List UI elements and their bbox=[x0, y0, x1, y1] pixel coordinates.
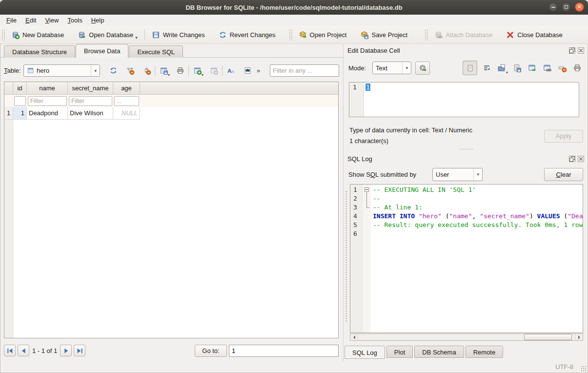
last-record-button[interactable] bbox=[74, 345, 85, 356]
close-database-button[interactable]: Close Database bbox=[501, 27, 568, 42]
right-pane: Edit Database Cell Mode: Text ▾ bbox=[343, 44, 588, 361]
word-wrap-button[interactable] bbox=[481, 62, 492, 74]
sql-log-view[interactable]: 1-- EXECUTING ALL IN 'SQL 1'2--3-- At li… bbox=[350, 184, 583, 333]
close-button[interactable]: × bbox=[575, 2, 584, 12]
next-record-button[interactable] bbox=[60, 345, 72, 356]
menu-file[interactable]: File bbox=[2, 16, 21, 25]
panel-splitter-handle[interactable] bbox=[344, 147, 588, 151]
toolbar-overflow-indicator[interactable]: » bbox=[257, 67, 260, 74]
tab-browse-data[interactable]: Browse Data bbox=[76, 44, 128, 58]
insert-record-button[interactable]: ▾ bbox=[191, 64, 203, 77]
column-header-age[interactable]: age bbox=[113, 82, 140, 94]
tab-execute-sql[interactable]: Execute SQL bbox=[129, 45, 183, 58]
previous-record-button[interactable] bbox=[18, 345, 29, 356]
goto-record-input[interactable] bbox=[229, 345, 339, 357]
new-database-label: New Database bbox=[22, 31, 64, 39]
scrollbar-track[interactable] bbox=[358, 334, 575, 340]
text-document-toggle-button[interactable] bbox=[463, 61, 477, 75]
find-in-table-button[interactable] bbox=[241, 64, 254, 77]
menu-tools[interactable]: Tools bbox=[63, 16, 86, 25]
scrollbar-thumb[interactable] bbox=[524, 334, 572, 340]
sql-log-line: 3-- At line 1: bbox=[350, 203, 583, 212]
column-header-id[interactable]: id bbox=[13, 82, 27, 94]
dock-float-button[interactable] bbox=[569, 47, 575, 54]
dock-close-button[interactable] bbox=[578, 156, 584, 162]
cell-name[interactable]: Deadpond bbox=[27, 107, 68, 120]
sql-submitter-select[interactable]: User ▾ bbox=[432, 168, 483, 181]
clear-log-button[interactable]: Clear bbox=[544, 168, 583, 181]
print-table-button[interactable] bbox=[174, 64, 186, 77]
filter-input-name[interactable] bbox=[28, 96, 67, 106]
menu-help[interactable]: Help bbox=[87, 16, 109, 25]
open-project-button[interactable]: Open Project bbox=[294, 27, 352, 42]
cell-age[interactable]: NULL bbox=[113, 107, 140, 120]
column-header-name[interactable]: name bbox=[27, 82, 68, 94]
filter-input-age[interactable] bbox=[114, 96, 139, 106]
first-record-icon bbox=[7, 348, 13, 354]
export-to-file-button[interactable] bbox=[511, 62, 523, 74]
sql-log-line: 1-- EXECUTING ALL IN 'SQL 1' bbox=[350, 186, 583, 194]
toolbar-drag-handle[interactable] bbox=[289, 29, 292, 40]
first-record-button[interactable] bbox=[4, 345, 16, 356]
tab-database-structure[interactable]: Database Structure bbox=[4, 45, 75, 58]
revert-changes-button[interactable]: Revert Changes bbox=[214, 27, 281, 42]
clear-filter-icon bbox=[126, 66, 134, 75]
toolbar-drag-handle[interactable] bbox=[425, 29, 428, 40]
sql-log-horizontal-scrollbar[interactable] bbox=[350, 333, 583, 341]
encoding-indicator[interactable]: UTF-8 bbox=[555, 363, 573, 371]
table-select[interactable]: hero ▾ bbox=[23, 64, 100, 77]
dock-float-button[interactable] bbox=[569, 156, 575, 162]
last-record-icon bbox=[77, 348, 83, 354]
bottom-tab-bar: SQL Log Plot DB Schema Remote bbox=[345, 346, 505, 359]
filter-any-column-input[interactable] bbox=[270, 64, 339, 77]
main-toolbar: New Database Open Database ▾ Write Chang… bbox=[0, 26, 588, 44]
open-database-dropdown-icon[interactable]: ▾ bbox=[135, 35, 138, 42]
refresh-button[interactable] bbox=[107, 64, 120, 77]
row-number-cell[interactable]: 1 bbox=[4, 107, 13, 120]
column-header-secret-name[interactable]: secret_name bbox=[68, 82, 113, 94]
copy-link-button[interactable] bbox=[541, 62, 553, 74]
grid-header-row: id name secret_name age bbox=[4, 82, 338, 95]
write-changes-button[interactable]: Write Changes bbox=[147, 27, 210, 42]
set-null-button[interactable] bbox=[556, 62, 568, 74]
open-database-button[interactable]: Open Database ▾ bbox=[73, 27, 142, 42]
clear-filters-button[interactable] bbox=[123, 64, 136, 77]
minimize-button[interactable] bbox=[548, 2, 558, 12]
grid-corner-cell[interactable] bbox=[4, 82, 13, 94]
goto-button[interactable]: Go to: bbox=[195, 345, 227, 357]
fold-collapse-icon[interactable] bbox=[365, 187, 369, 192]
cell-value-editor[interactable]: 1 1 bbox=[349, 82, 579, 117]
save-project-button[interactable]: Save Project bbox=[355, 27, 412, 42]
tab-db-schema[interactable]: DB Schema bbox=[414, 346, 464, 358]
menu-view[interactable]: View bbox=[41, 16, 63, 25]
menu-edit[interactable]: Edit bbox=[21, 16, 41, 25]
attach-database-button: Attach Database bbox=[429, 27, 497, 42]
mode-select[interactable]: Text ▾ bbox=[372, 62, 411, 74]
clear-sorting-button[interactable] bbox=[140, 64, 153, 77]
filter-input-id[interactable] bbox=[14, 96, 26, 106]
new-database-button[interactable]: New Database bbox=[6, 27, 69, 42]
tab-remote[interactable]: Remote bbox=[466, 346, 504, 358]
open-project-label: Open Project bbox=[310, 31, 347, 39]
toolbar-drag-handle[interactable] bbox=[1, 29, 5, 40]
cell-id[interactable]: 1 bbox=[13, 107, 27, 120]
dock-drag-handle[interactable] bbox=[345, 190, 347, 322]
tab-plot[interactable]: Plot bbox=[386, 346, 413, 358]
print-cell-button[interactable] bbox=[571, 62, 583, 74]
export-table-button[interactable]: ▾ bbox=[157, 64, 170, 77]
editor-content[interactable]: 1 bbox=[364, 83, 579, 117]
cell-secret-name[interactable]: Dive Wilson bbox=[68, 107, 113, 120]
open-in-external-button[interactable] bbox=[526, 62, 538, 74]
resize-grip[interactable] bbox=[581, 366, 587, 372]
filter-input-secret-name[interactable] bbox=[69, 96, 112, 106]
scroll-right-arrow[interactable] bbox=[575, 334, 583, 340]
maximize-button[interactable] bbox=[562, 2, 571, 12]
auto-switch-mode-button[interactable] bbox=[415, 62, 430, 75]
window-title: DB Browser for SQLite - /home/user/code/… bbox=[0, 4, 588, 11]
import-from-file-button[interactable]: ▾ bbox=[496, 62, 507, 74]
scroll-left-arrow[interactable] bbox=[350, 334, 358, 340]
titlebar: DB Browser for SQLite - /home/user/code/… bbox=[0, 0, 588, 15]
format-toolbar-button[interactable] bbox=[224, 64, 237, 77]
tab-sql-log[interactable]: SQL Log bbox=[345, 346, 385, 359]
dock-close-button[interactable] bbox=[578, 47, 584, 54]
